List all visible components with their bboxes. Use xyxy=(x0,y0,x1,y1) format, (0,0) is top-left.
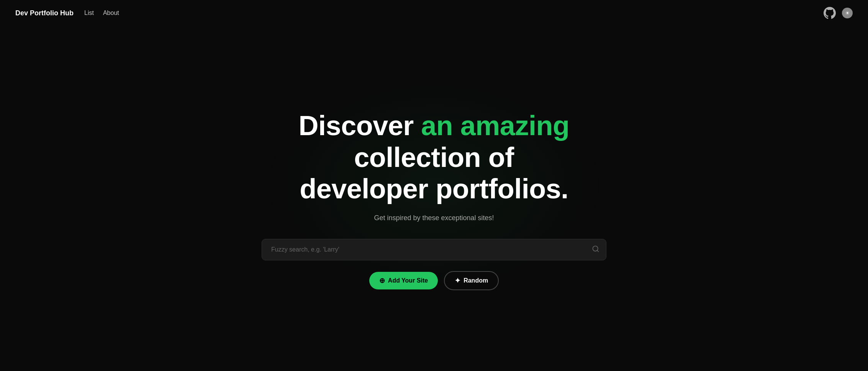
add-your-site-button[interactable]: ⊕ Add Your Site xyxy=(369,272,438,289)
sun-icon: ☀ xyxy=(845,10,850,16)
hero-title-suffix: collection of developer portfolios. xyxy=(300,142,568,204)
navbar: Dev Portfolio Hub List About ☀ xyxy=(0,0,868,26)
nav-brand: Dev Portfolio Hub xyxy=(15,9,74,17)
theme-toggle-button[interactable]: ☀ xyxy=(842,8,853,18)
hero-section: Discover an amazing collection of develo… xyxy=(0,26,868,366)
nav-link-about[interactable]: About xyxy=(103,10,119,16)
nav-links: List About xyxy=(84,10,119,16)
search-input[interactable] xyxy=(262,239,606,260)
sparkles-icon: ✦ xyxy=(455,277,460,284)
nav-left: Dev Portfolio Hub List About xyxy=(15,9,119,17)
nav-right: ☀ xyxy=(824,7,853,19)
hero-title: Discover an amazing collection of develo… xyxy=(290,110,578,205)
random-button[interactable]: ✦ Random xyxy=(444,271,499,290)
hero-title-accent: an amazing xyxy=(421,110,569,141)
action-buttons: ⊕ Add Your Site ✦ Random xyxy=(369,271,499,290)
github-icon[interactable] xyxy=(824,7,836,19)
add-button-label: Add Your Site xyxy=(388,277,428,284)
plus-circle-icon: ⊕ xyxy=(379,277,385,284)
search-wrapper xyxy=(262,239,606,260)
hero-title-prefix: Discover xyxy=(299,110,421,141)
nav-link-list[interactable]: List xyxy=(84,10,94,16)
hero-subtitle: Get inspired by these exceptional sites! xyxy=(374,214,494,222)
random-button-label: Random xyxy=(463,277,488,284)
